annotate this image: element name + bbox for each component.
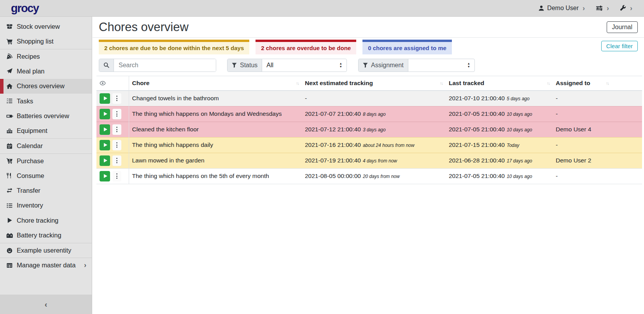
sidebar-item-stock-overview[interactable]: Stock overview <box>0 19 92 34</box>
status-select[interactable]: All ▲▼ <box>262 59 346 72</box>
sidebar-item-meal-plan[interactable]: Meal plan <box>0 64 92 78</box>
column-header-last-tracked[interactable]: Last tracked ↑↓ <box>446 76 553 91</box>
sidebar-item-label: Manage master data <box>17 262 75 269</box>
chore-name-cell: The thing which happens on Mondays and W… <box>129 106 302 122</box>
track-chore-button[interactable] <box>100 124 110 135</box>
list-icon <box>6 202 13 209</box>
next-tracking-cell: 2021-07-19 21:00:404 days from now <box>302 153 446 168</box>
select-arrows-icon: ▲▼ <box>340 62 342 68</box>
status-filter-group: Status All ▲▼ <box>227 59 347 72</box>
sidebar-item-label: Recipes <box>17 53 40 60</box>
due-soon-banner[interactable]: 2 chores are due to be done within the n… <box>99 40 249 54</box>
paper-plane-icon <box>6 68 13 74</box>
sidebar-item-label: Meal plan <box>17 68 45 75</box>
journal-button[interactable]: Journal <box>607 21 638 33</box>
sidebar-item-example-userentity[interactable]: Example userentity <box>0 243 92 258</box>
track-chore-button[interactable] <box>100 93 110 104</box>
sidebar-item-chores-overview[interactable]: Chores overview <box>0 79 92 94</box>
column-header-next-tracking[interactable]: Next estimated tracking ↑↓ <box>302 76 446 91</box>
sidebar-nav: Stock overview Shopping list Recipes Mea… <box>0 17 92 295</box>
table-icon <box>6 262 13 269</box>
table-row: Changed towels in the bathroom - 2021-07… <box>96 91 642 106</box>
column-header-chore[interactable]: Chore ↑↓ <box>129 76 302 91</box>
table-row: Cleaned the kitchen floor 2021-07-12 21:… <box>96 122 642 137</box>
track-chore-button[interactable] <box>100 155 110 166</box>
assigned-to-cell: Demo User 2 <box>553 153 642 168</box>
row-menu-button[interactable] <box>112 124 121 135</box>
assignment-addon: Assignment <box>359 59 408 72</box>
row-menu-button[interactable] <box>112 93 121 104</box>
home-icon <box>6 83 13 89</box>
chevron-right-icon: › <box>583 5 585 12</box>
toolbox-icon <box>6 128 13 134</box>
table-header-row: Chore ↑↓ Next estimated tracking ↑↓ Last… <box>96 76 642 91</box>
filter-row: Status All ▲▼ Assignment ▲▼ <box>93 59 644 72</box>
sidebar-item-label: Example userentity <box>17 247 71 254</box>
table-row: Lawn mowed in the garden 2021-07-19 21:0… <box>96 153 642 168</box>
track-chore-button[interactable] <box>100 109 110 119</box>
assigned-to-cell: - <box>553 91 642 106</box>
sidebar-item-label: Inventory <box>17 202 43 209</box>
sidebar-item-calendar[interactable]: Calendar <box>0 138 92 153</box>
sidebar-item-shopping-list[interactable]: Shopping list <box>0 34 92 49</box>
sidebar-item-purchase[interactable]: Purchase <box>0 154 92 168</box>
sidebar-item-battery-tracking[interactable]: Battery tracking <box>0 228 92 242</box>
next-tracking-cell: 2021-07-07 21:00:408 days ago <box>302 106 446 122</box>
sidebar-item-batteries-overview[interactable]: Batteries overview <box>0 108 92 123</box>
sidebar-item-consume[interactable]: Consume <box>0 168 92 183</box>
exchange-icon <box>6 187 13 194</box>
sidebar-item-label: Consume <box>17 172 44 180</box>
play-icon <box>104 127 107 131</box>
assigned-to-cell: - <box>553 168 642 184</box>
cart-plus-icon <box>6 158 13 164</box>
sidebar-item-label: Equipment <box>17 127 47 134</box>
sidebar-item-manage-master-data[interactable]: Manage master data › <box>0 258 92 272</box>
calendar-icon <box>6 143 13 149</box>
row-menu-button[interactable] <box>112 140 121 150</box>
track-chore-button[interactable] <box>100 171 110 181</box>
settings-menu[interactable]: › <box>596 5 609 12</box>
row-menu-button[interactable] <box>112 109 121 119</box>
track-chore-button[interactable] <box>100 140 110 150</box>
last-tracked-cell: 2021-07-05 21:00:4010 days ago <box>446 122 553 137</box>
admin-tools-menu[interactable]: › <box>620 5 632 12</box>
sidebar-collapse-button[interactable]: ‹ <box>0 295 92 314</box>
status-filter-label: Status <box>240 62 257 69</box>
user-menu[interactable]: Demo User › <box>538 5 585 12</box>
chore-name-cell: The thing which happens daily <box>129 137 302 153</box>
filter-funnel-icon <box>363 63 368 68</box>
grocy-logo[interactable]: grocy <box>11 3 38 14</box>
sidebar-item-equipment[interactable]: Equipment <box>0 124 92 138</box>
shopping-cart-icon <box>6 38 13 45</box>
sidebar-item-transfer[interactable]: Transfer <box>0 183 92 198</box>
sidebar-item-inventory[interactable]: Inventory <box>0 198 92 213</box>
play-icon <box>104 143 107 147</box>
play-icon <box>104 112 107 116</box>
search-addon <box>99 59 114 72</box>
chevron-right-icon: › <box>607 5 609 12</box>
row-menu-button[interactable] <box>112 155 121 166</box>
row-menu-button[interactable] <box>112 171 121 181</box>
sort-icon: ↑↓ <box>547 81 550 85</box>
sidebar: Stock overview Shopping list Recipes Mea… <box>0 17 92 314</box>
play-icon <box>104 174 107 178</box>
search-input[interactable] <box>114 59 216 72</box>
clear-filter-button[interactable]: Clear filter <box>601 41 638 51</box>
assigned-banner[interactable]: 0 chores are assigned to me <box>362 40 452 54</box>
last-tracked-cell: 2021-07-05 21:00:4010 days ago <box>446 168 553 184</box>
sidebar-item-label: Stock overview <box>17 23 60 30</box>
assignment-select[interactable]: ▲▼ <box>408 59 474 72</box>
sidebar-item-label: Calendar <box>17 142 43 150</box>
smiley-icon <box>6 248 13 254</box>
column-header-assigned-to[interactable]: Assigned to ↑↓ <box>553 76 642 91</box>
sidebar-item-recipes[interactable]: Recipes <box>0 49 92 64</box>
play-icon <box>104 159 107 162</box>
column-visibility-header[interactable] <box>96 76 129 91</box>
next-tracking-cell: 2021-07-12 21:00:403 days ago <box>302 122 446 137</box>
assignment-filter-label: Assignment <box>371 62 404 69</box>
overdue-banner[interactable]: 2 chores are overdue to be done <box>256 40 356 54</box>
next-tracking-cell: 2021-07-16 21:00:40about 24 hours from n… <box>302 137 446 153</box>
search-group <box>99 59 216 72</box>
sidebar-item-chore-tracking[interactable]: Chore tracking <box>0 213 92 228</box>
sidebar-item-tasks[interactable]: Tasks <box>0 94 92 108</box>
